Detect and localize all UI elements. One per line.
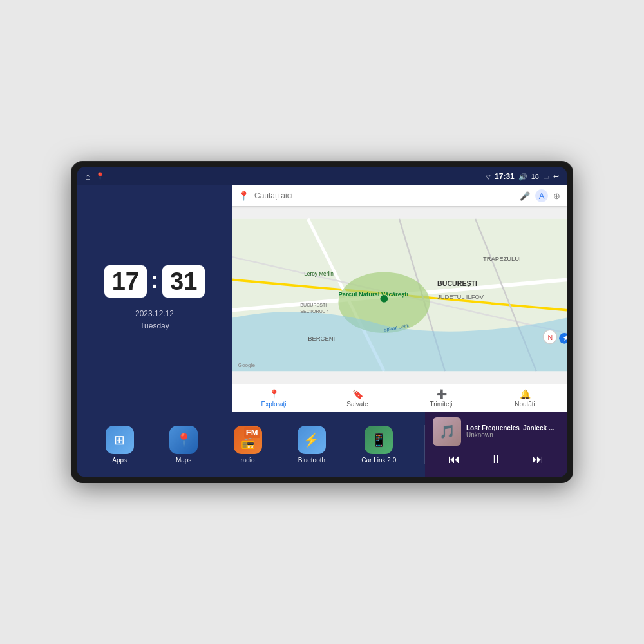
saved-icon: 🔖 [352, 389, 363, 399]
device-screen: ⌂ 📍 ▽ 17:31 🔊 18 ▭ ↩ 17 : 31 [77, 167, 567, 477]
maps-logo-icon: 📍 [238, 191, 249, 201]
news-label: Noutăți [515, 401, 535, 408]
app-item-carlink[interactable]: 📱 Car Link 2.0 [361, 426, 396, 464]
svg-text:BUCUREȘTI: BUCUREȘTI [300, 303, 327, 308]
status-right: ▽ 17:31 🔊 18 ▭ ↩ [486, 172, 559, 181]
status-bar: ⌂ 📍 ▽ 17:31 🔊 18 ▭ ↩ [77, 167, 567, 185]
music-details: Lost Frequencies_Janieck Devy-... Unknow… [466, 424, 559, 439]
apps-panel: ⊞ Apps 📍 Maps FM 📻 radio [77, 412, 424, 477]
svg-text:Google: Google [238, 363, 255, 368]
map-nav-explore[interactable]: 📍 Explorați [232, 384, 316, 412]
carlink-icon: 📱 [371, 432, 387, 448]
send-icon: ➕ [436, 389, 447, 399]
bluetooth-label: Bluetooth [298, 457, 325, 464]
battery-icon: ▭ [543, 173, 549, 181]
music-panel: 🎵 Lost Frequencies_Janieck Devy-... Unkn… [425, 412, 567, 477]
radio-icon-wrap: FM 📻 [234, 426, 262, 454]
music-thumbnail: 🎵 [433, 417, 461, 446]
clock-widget: 17 : 31 [104, 265, 205, 298]
music-thumb-icon: 🎵 [439, 424, 455, 439]
clock-panel: 17 : 31 2023.12.12 Tuesday [77, 185, 232, 412]
gps-icon: ▽ [486, 173, 491, 180]
date-display: 2023.12.12 Tuesday [135, 308, 174, 332]
layers-icon[interactable]: ⊕ [553, 191, 560, 201]
map-search-bar: 📍 🎤 A ⊕ [232, 185, 567, 206]
music-next-button[interactable]: ⏭ [529, 450, 546, 469]
radio-icon: FM [244, 427, 260, 438]
apps-icon-wrap: ⊞ [106, 426, 134, 454]
map-nav-send[interactable]: ➕ Trimiteți [399, 384, 483, 412]
volume-icon: 🔊 [518, 173, 527, 181]
main-content: 17 : 31 2023.12.12 Tuesday 📍 🎤 A ⊕ [77, 185, 567, 412]
status-left: ⌂ 📍 [85, 171, 105, 182]
music-play-pause-button[interactable]: ⏸ [488, 450, 504, 469]
svg-text:BUCUREȘTI: BUCUREȘTI [437, 279, 477, 287]
back-icon[interactable]: ↩ [553, 173, 559, 181]
app-item-maps[interactable]: 📍 Maps [169, 426, 198, 464]
map-bottom-nav: 📍 Explorați 🔖 Salvate ➕ Trimiteți 🔔 Nout… [232, 384, 567, 412]
news-icon: 🔔 [520, 389, 531, 399]
svg-text:BERCENI: BERCENI [308, 335, 335, 342]
explore-label: Explorați [261, 401, 287, 408]
clock-minutes: 31 [162, 265, 205, 298]
apps-icon: ⊞ [114, 432, 125, 448]
clock-hours: 17 [104, 265, 147, 298]
radio-label: radio [240, 457, 254, 464]
svg-text:JUDEȚUL ILFOV: JUDEȚUL ILFOV [437, 293, 484, 300]
svg-text:★: ★ [563, 334, 567, 342]
explore-icon: 📍 [269, 389, 279, 399]
map-search-input[interactable] [254, 191, 515, 200]
map-nav-news[interactable]: 🔔 Noutăți [483, 384, 567, 412]
bluetooth-icon: ⚡ [303, 432, 319, 448]
app-item-apps[interactable]: ⊞ Apps [106, 426, 134, 464]
status-time: 17:31 [495, 172, 515, 181]
maps-app-icon: 📍 [176, 432, 192, 448]
bottom-row: ⊞ Apps 📍 Maps FM 📻 radio [77, 412, 567, 477]
date-value: 2023.12.12 [135, 308, 174, 320]
music-info: 🎵 Lost Frequencies_Janieck Devy-... Unkn… [433, 417, 559, 446]
music-artist: Unknown [466, 431, 559, 439]
map-area[interactable]: Parcul Natural Văcărești Leroy Merlin BU… [232, 206, 567, 384]
carlink-label: Car Link 2.0 [361, 457, 396, 464]
app-item-radio[interactable]: FM 📻 radio [234, 426, 262, 464]
voice-search-icon[interactable]: 🎤 [520, 191, 530, 201]
music-prev-button[interactable]: ⏮ [446, 450, 462, 469]
svg-text:N: N [547, 334, 553, 341]
maps-label: Maps [176, 457, 191, 464]
battery-level: 18 [531, 173, 539, 180]
map-panel: 📍 🎤 A ⊕ [232, 185, 567, 412]
apps-label: Apps [112, 457, 127, 464]
app-item-bluetooth[interactable]: ⚡ Bluetooth [298, 426, 326, 464]
music-controls: ⏮ ⏸ ⏭ [433, 448, 559, 471]
home-nav-icon[interactable]: ⌂ [85, 171, 90, 182]
maps-nav-icon[interactable]: 📍 [95, 172, 105, 181]
saved-label: Salvate [346, 401, 368, 408]
svg-text:Leroy Merlin: Leroy Merlin [304, 271, 334, 277]
map-nav-saved[interactable]: 🔖 Salvate [316, 384, 399, 412]
account-icon[interactable]: A [535, 189, 548, 202]
music-title: Lost Frequencies_Janieck Devy-... [466, 424, 559, 431]
maps-icon-wrap: 📍 [169, 426, 198, 454]
bluetooth-icon-wrap: ⚡ [298, 426, 326, 454]
send-label: Trimiteți [430, 401, 452, 408]
carlink-icon-wrap: 📱 [365, 426, 393, 454]
svg-text:SECTORUL 4: SECTORUL 4 [300, 309, 328, 314]
svg-text:Parcul Natural Văcărești: Parcul Natural Văcărești [338, 290, 408, 298]
day-value: Tuesday [135, 320, 174, 332]
device-frame: ⌂ 📍 ▽ 17:31 🔊 18 ▭ ↩ 17 : 31 [71, 161, 573, 483]
svg-text:TRAPEZULUI: TRAPEZULUI [483, 255, 521, 262]
clock-colon: : [151, 267, 158, 294]
